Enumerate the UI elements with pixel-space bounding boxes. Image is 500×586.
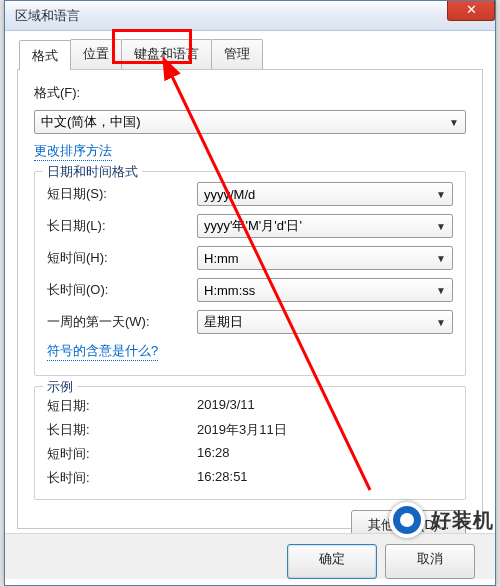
ok-button[interactable]: 确定 [287,544,377,579]
ex-shorttime-value: 16:28 [197,445,230,463]
longdate-value: yyyy'年'M'月'd'日' [204,217,302,235]
examples-legend: 示例 [43,378,77,396]
ex-shortdate-value: 2019/3/11 [197,397,255,415]
chevron-down-icon: ▼ [436,285,446,296]
shortdate-combo[interactable]: yyyy/M/d ▼ [197,182,453,206]
datetime-group: 日期和时间格式 短日期(S): yyyy/M/d ▼ 长日期(L): yyyy'… [34,171,466,376]
chevron-down-icon: ▼ [449,117,459,128]
examples-group: 示例 短日期: 2019/3/11 长日期: 2019年3月11日 短时间: 1… [34,386,466,500]
chevron-down-icon: ▼ [436,317,446,328]
format-combo[interactable]: 中文(简体，中国) ▼ [34,110,466,134]
ex-longdate-label: 长日期: [47,421,197,439]
firstday-value: 星期日 [204,313,243,331]
shorttime-combo[interactable]: H:mm ▼ [197,246,453,270]
shorttime-value: H:mm [204,251,239,266]
tab-keyboard-language[interactable]: 键盘和语言 [121,39,212,69]
ex-longdate-value: 2019年3月11日 [197,421,287,439]
longtime-value: H:mm:ss [204,283,255,298]
firstday-combo[interactable]: 星期日 ▼ [197,310,453,334]
shortdate-label: 短日期(S): [47,185,197,203]
shortdate-value: yyyy/M/d [204,187,255,202]
chevron-down-icon: ▼ [436,253,446,264]
watermark-icon [389,502,425,538]
longdate-combo[interactable]: yyyy'年'M'月'd'日' ▼ [197,214,453,238]
shorttime-label: 短时间(H): [47,249,197,267]
longtime-label: 长时间(O): [47,281,197,299]
cancel-button[interactable]: 取消 [385,544,475,579]
watermark: 好装机 [389,502,494,538]
longdate-label: 长日期(L): [47,217,197,235]
format-combo-value: 中文(简体，中国) [41,113,141,131]
dialog-footer: 确定 取消 [5,533,495,579]
change-sort-link[interactable]: 更改排序方法 [34,142,112,161]
longtime-combo[interactable]: H:mm:ss ▼ [197,278,453,302]
ex-longtime-value: 16:28:51 [197,469,248,487]
close-button[interactable]: ✕ [447,1,495,21]
format-label: 格式(F): [34,84,184,102]
watermark-text: 好装机 [431,507,494,534]
tab-panel: 格式(F): 中文(简体，中国) ▼ 更改排序方法 日期和时间格式 短日期(S)… [17,69,483,529]
dialog-window: 区域和语言 ✕ 格式 位置 键盘和语言 管理 格式(F): 中文(简体，中国) … [4,0,496,586]
chevron-down-icon: ▼ [436,221,446,232]
titlebar: 区域和语言 ✕ [5,1,495,31]
ex-longtime-label: 长时间: [47,469,197,487]
datetime-legend: 日期和时间格式 [43,163,142,181]
ex-shortdate-label: 短日期: [47,397,197,415]
firstday-label: 一周的第一天(W): [47,313,197,331]
tab-strip: 格式 位置 键盘和语言 管理 [19,39,495,69]
symbol-meaning-link[interactable]: 符号的含意是什么? [47,342,158,361]
ex-shorttime-label: 短时间: [47,445,197,463]
tab-format[interactable]: 格式 [19,40,71,70]
chevron-down-icon: ▼ [436,189,446,200]
window-title: 区域和语言 [15,7,80,25]
tab-admin[interactable]: 管理 [211,39,263,69]
tab-location[interactable]: 位置 [70,39,122,69]
